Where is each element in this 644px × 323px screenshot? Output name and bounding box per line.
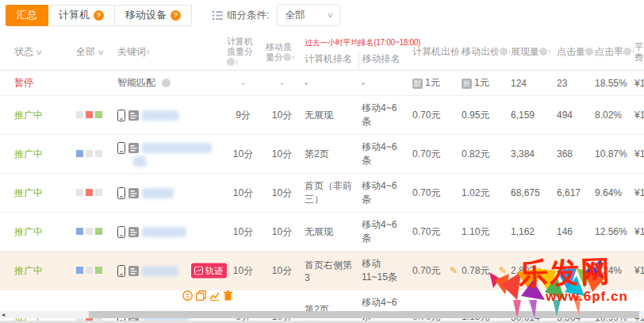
keyword-cell	[114, 135, 224, 174]
ctr-cell: 10.87%	[592, 135, 631, 174]
horizontal-scrollbar-thumb[interactable]	[89, 311, 639, 318]
avg-cost-cell: ¥1	[631, 174, 644, 213]
help-icon[interactable]: ?	[94, 10, 104, 21]
trend-chart-icon[interactable]	[209, 290, 220, 301]
keyword-cell	[114, 96, 224, 135]
table-row: 推广中10分10分无展现移动4~6条0.70元1.10元1,16214612.5…	[0, 213, 644, 252]
status-cell: 推广中	[5, 213, 67, 252]
delete-icon[interactable]	[223, 290, 233, 301]
header-ctr[interactable]: 点击率↑	[592, 30, 631, 71]
pc-rank-cell: 无展现	[301, 213, 358, 252]
impressions-cell: 3,384	[508, 135, 554, 174]
help-icon[interactable]	[623, 48, 631, 56]
help-icon[interactable]: ?	[171, 10, 181, 21]
avg-cost-cell: ¥1	[631, 96, 644, 135]
mobile-rank-cell: 移动4~6条	[358, 213, 409, 252]
quality-square-gray	[76, 111, 83, 118]
chevron-down-icon: ∨	[35, 48, 43, 56]
edit-pencil-icon[interactable]: ✎	[499, 265, 507, 276]
filter-select[interactable]: 全部 ∨	[277, 4, 340, 26]
table-header: 状态∨ 全部∨ 关键词↑ 计算机质量分↑ 移动质量分↑ 过去一小时平均排名(17…	[0, 30, 644, 71]
detail-circle-icon[interactable]	[182, 290, 193, 301]
header-mobile-bid[interactable]: 移动出价↑	[458, 30, 508, 71]
quality-square-blue	[76, 228, 83, 235]
table-row: 暂停智能匹配----默1元折1元1242318.55%¥1	[0, 71, 644, 96]
keyword-line	[117, 110, 220, 121]
mobile-quality-score-cell: -	[263, 71, 301, 96]
censored-keyword	[142, 227, 186, 237]
list-filter-icon	[213, 11, 223, 20]
header-status[interactable]: 状态∨	[5, 30, 67, 71]
header-clicks[interactable]: 点击量↑	[554, 30, 592, 71]
keyword-line: 智能匹配	[117, 76, 220, 90]
help-icon[interactable]	[283, 53, 291, 61]
header-quality-filter[interactable]: 全部∨	[67, 30, 114, 71]
mobile-rank-value: 移动11~15条	[362, 257, 406, 284]
keyword-tag-icon	[128, 266, 139, 276]
header-pc-quality[interactable]: 计算机质量分↑	[224, 30, 263, 71]
quality-square-gray	[86, 228, 93, 235]
mobile-rank-cell: -	[358, 71, 409, 96]
quality-squares-cell	[67, 96, 114, 135]
pc-quality-score-cell: 10分	[224, 213, 263, 252]
tab-mobile[interactable]: 移动设备?	[114, 5, 192, 26]
help-icon[interactable]	[585, 48, 593, 56]
help-icon[interactable]	[227, 58, 235, 66]
pc-bid-cell: 0.70元	[409, 135, 458, 174]
keyword-tag-icon	[128, 227, 139, 237]
trail-badge[interactable]: 轨迹	[191, 263, 227, 279]
quality-squares-cell	[67, 174, 114, 213]
keyword-cell: 智能匹配	[114, 71, 224, 96]
keyword-cell: 轨迹	[114, 252, 224, 290]
mobile-quality-score-cell: 10分	[263, 252, 301, 290]
phone-icon	[117, 226, 125, 238]
sort-asc-icon: ↑	[547, 48, 551, 56]
quality-square-gray	[95, 150, 102, 157]
ctr-cell: 8.02%	[592, 96, 631, 135]
row-action-bar	[182, 290, 233, 301]
header-keyword[interactable]: 关键词↑	[114, 30, 224, 71]
mobile-quality-score-cell: 10分	[263, 174, 301, 213]
sort-asc-icon: ↑	[235, 58, 239, 67]
pc-quality-score-cell: 9分	[224, 96, 263, 135]
status-badge: 推广中	[14, 110, 43, 121]
scroll-left-arrow-icon[interactable]: ◂	[2, 311, 10, 318]
edit-pencil-icon[interactable]: ✎	[450, 265, 458, 276]
header-pc-bid[interactable]: 计算机出价↑	[409, 30, 458, 71]
mobile-bid-value: 0.78元	[462, 265, 489, 276]
pc-quality-score-cell: 10分	[224, 135, 263, 174]
pc-bid-value: 0.70元	[412, 110, 440, 121]
status-badge: 推广中	[14, 148, 43, 160]
copy-icon[interactable]	[196, 290, 206, 301]
ctr-cell: 12.56%	[592, 213, 631, 252]
keyword-line	[117, 142, 220, 154]
censored-keyword	[142, 266, 178, 276]
pc-bid-value: 1元	[425, 77, 440, 88]
header-mobile-rank: 移动排名	[358, 50, 409, 71]
tab-summary[interactable]: 汇总	[6, 5, 48, 26]
mobile-bid-value: 0.95元	[462, 110, 489, 121]
status-cell: 推广中	[5, 96, 67, 135]
mobile-bid-cell: 0.82元	[458, 135, 508, 174]
mobile-quality-score-cell: 10分	[263, 135, 301, 174]
pc-quality-score-cell: -	[224, 71, 263, 96]
ctr-cell: 18.55%	[592, 71, 631, 96]
tab-computer[interactable]: 计算机?	[48, 5, 115, 26]
clicks-cell: 146	[554, 213, 592, 252]
clicks-cell: 6,617	[554, 174, 592, 213]
phone-icon	[117, 110, 125, 121]
help-icon[interactable]	[539, 48, 547, 56]
pc-bid-cell: 默1元	[409, 71, 458, 96]
status-badge: 暂停	[14, 77, 33, 88]
pc-rank-value: 无展现	[305, 109, 355, 122]
mobile-rank-cell: 移动4~6条	[358, 96, 409, 135]
impressions-cell: 68,675	[508, 174, 554, 213]
header-impressions[interactable]: 展现量↑	[508, 30, 554, 71]
status-cell: 推广中	[5, 174, 67, 213]
header-mobile-quality[interactable]: 移动质量分↑	[263, 30, 301, 71]
header-pc-rank: 计算机排名	[301, 50, 358, 71]
help-icon[interactable]	[500, 48, 508, 56]
help-icon[interactable]	[162, 79, 171, 87]
phone-icon	[117, 265, 125, 277]
pc-rank-cell: -	[301, 71, 358, 96]
